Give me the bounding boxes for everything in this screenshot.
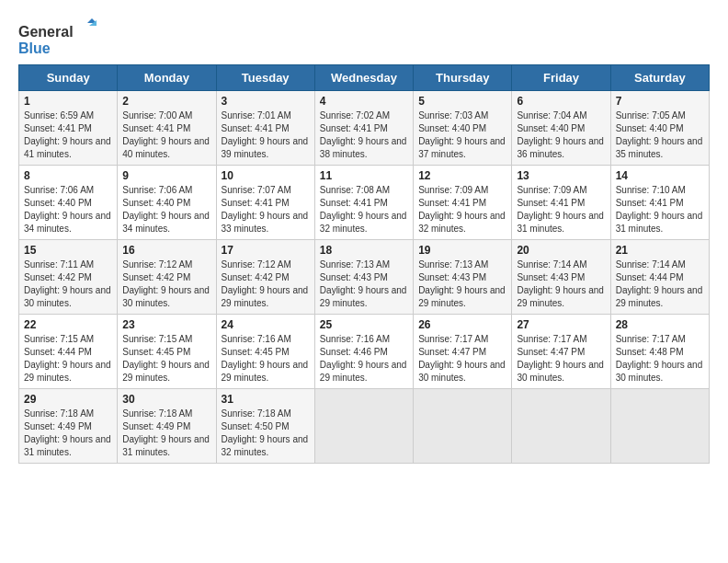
day-info: Sunrise: 7:00 AMSunset: 4:41 PMDaylight:…: [122, 109, 210, 161]
calendar-cell: 2Sunrise: 7:00 AMSunset: 4:41 PMDaylight…: [118, 91, 216, 166]
day-number: 10: [222, 169, 310, 182]
header-thursday: Thursday: [414, 65, 512, 91]
day-number: 22: [24, 318, 112, 331]
logo: General Blue: [18, 18, 101, 59]
day-number: 16: [122, 244, 210, 257]
calendar-cell: 9Sunrise: 7:06 AMSunset: 4:40 PMDaylight…: [118, 166, 216, 240]
calendar-cell: 7Sunrise: 7:05 AMSunset: 4:40 PMDaylight…: [610, 91, 709, 166]
calendar-cell: 21Sunrise: 7:14 AMSunset: 4:44 PMDayligh…: [610, 240, 709, 315]
svg-text:Blue: Blue: [18, 40, 51, 56]
calendar-cell: 5Sunrise: 7:03 AMSunset: 4:40 PMDaylight…: [414, 91, 512, 166]
day-info: Sunrise: 7:05 AMSunset: 4:40 PMDaylight:…: [616, 109, 704, 161]
day-info: Sunrise: 6:59 AMSunset: 4:41 PMDaylight:…: [24, 109, 112, 161]
day-info: Sunrise: 7:16 AMSunset: 4:46 PMDaylight:…: [320, 333, 408, 385]
day-info: Sunrise: 7:11 AMSunset: 4:42 PMDaylight:…: [24, 259, 112, 310]
day-number: 27: [517, 318, 605, 331]
day-info: Sunrise: 7:06 AMSunset: 4:40 PMDaylight:…: [24, 184, 112, 236]
day-info: Sunrise: 7:14 AMSunset: 4:44 PMDaylight:…: [616, 259, 704, 310]
day-number: 23: [122, 318, 210, 331]
day-number: 15: [24, 244, 112, 257]
calendar-cell: 22Sunrise: 7:15 AMSunset: 4:44 PMDayligh…: [19, 315, 118, 389]
calendar-cell: 17Sunrise: 7:12 AMSunset: 4:42 PMDayligh…: [216, 240, 314, 315]
calendar-cell: 24Sunrise: 7:16 AMSunset: 4:45 PMDayligh…: [216, 315, 314, 389]
calendar-header-row: SundayMondayTuesdayWednesdayThursdayFrid…: [19, 65, 710, 91]
calendar-week-row: 22Sunrise: 7:15 AMSunset: 4:44 PMDayligh…: [19, 315, 710, 389]
day-number: 8: [24, 169, 112, 182]
day-info: Sunrise: 7:15 AMSunset: 4:45 PMDaylight:…: [122, 333, 210, 385]
calendar-cell: 8Sunrise: 7:06 AMSunset: 4:40 PMDaylight…: [19, 166, 118, 240]
day-number: 19: [418, 244, 506, 257]
day-number: 2: [122, 95, 210, 108]
calendar-week-row: 8Sunrise: 7:06 AMSunset: 4:40 PMDaylight…: [19, 166, 710, 240]
header-friday: Friday: [512, 65, 610, 91]
calendar-week-row: 29Sunrise: 7:18 AMSunset: 4:49 PMDayligh…: [19, 389, 710, 464]
day-number: 18: [320, 244, 408, 257]
day-info: Sunrise: 7:03 AMSunset: 4:40 PMDaylight:…: [418, 109, 506, 161]
calendar-week-row: 1Sunrise: 6:59 AMSunset: 4:41 PMDaylight…: [19, 91, 710, 166]
day-info: Sunrise: 7:17 AMSunset: 4:47 PMDaylight:…: [418, 333, 506, 385]
calendar-cell: 28Sunrise: 7:17 AMSunset: 4:48 PMDayligh…: [610, 315, 709, 389]
day-info: Sunrise: 7:18 AMSunset: 4:50 PMDaylight:…: [222, 408, 310, 459]
day-number: 5: [418, 95, 506, 108]
day-info: Sunrise: 7:12 AMSunset: 4:42 PMDaylight:…: [122, 259, 210, 310]
day-number: 26: [418, 318, 506, 331]
day-info: Sunrise: 7:09 AMSunset: 4:41 PMDaylight:…: [517, 184, 605, 236]
calendar-week-row: 15Sunrise: 7:11 AMSunset: 4:42 PMDayligh…: [19, 240, 710, 315]
day-info: Sunrise: 7:18 AMSunset: 4:49 PMDaylight:…: [122, 408, 210, 459]
day-number: 20: [517, 244, 605, 257]
calendar-cell: 29Sunrise: 7:18 AMSunset: 4:49 PMDayligh…: [19, 389, 118, 464]
logo-svg: General Blue: [18, 18, 101, 59]
calendar-cell: 23Sunrise: 7:15 AMSunset: 4:45 PMDayligh…: [118, 315, 216, 389]
day-number: 4: [320, 95, 408, 108]
day-number: 6: [517, 95, 605, 108]
day-number: 24: [222, 318, 310, 331]
day-info: Sunrise: 7:07 AMSunset: 4:41 PMDaylight:…: [222, 184, 310, 236]
day-number: 13: [517, 169, 605, 182]
calendar-cell: 26Sunrise: 7:17 AMSunset: 4:47 PMDayligh…: [414, 315, 512, 389]
day-number: 12: [418, 169, 506, 182]
calendar-cell: 13Sunrise: 7:09 AMSunset: 4:41 PMDayligh…: [512, 166, 610, 240]
day-info: Sunrise: 7:15 AMSunset: 4:44 PMDaylight:…: [24, 333, 112, 385]
day-number: 17: [222, 244, 310, 257]
day-info: Sunrise: 7:12 AMSunset: 4:42 PMDaylight:…: [222, 259, 310, 310]
day-info: Sunrise: 7:13 AMSunset: 4:43 PMDaylight:…: [418, 259, 506, 310]
day-number: 7: [616, 95, 704, 108]
calendar-cell: 19Sunrise: 7:13 AMSunset: 4:43 PMDayligh…: [414, 240, 512, 315]
calendar-cell: 27Sunrise: 7:17 AMSunset: 4:47 PMDayligh…: [512, 315, 610, 389]
day-number: 28: [616, 318, 704, 331]
calendar-cell: 6Sunrise: 7:04 AMSunset: 4:40 PMDaylight…: [512, 91, 610, 166]
header-saturday: Saturday: [610, 65, 709, 91]
calendar-cell: [414, 389, 512, 464]
calendar-cell: 12Sunrise: 7:09 AMSunset: 4:41 PMDayligh…: [414, 166, 512, 240]
calendar-cell: 18Sunrise: 7:13 AMSunset: 4:43 PMDayligh…: [314, 240, 413, 315]
calendar-cell: 25Sunrise: 7:16 AMSunset: 4:46 PMDayligh…: [314, 315, 413, 389]
calendar-cell: 10Sunrise: 7:07 AMSunset: 4:41 PMDayligh…: [216, 166, 314, 240]
calendar-cell: [314, 389, 413, 464]
calendar-table: SundayMondayTuesdayWednesdayThursdayFrid…: [18, 64, 710, 464]
calendar-cell: [512, 389, 610, 464]
day-info: Sunrise: 7:09 AMSunset: 4:41 PMDaylight:…: [418, 184, 506, 236]
header-monday: Monday: [118, 65, 216, 91]
day-number: 1: [24, 95, 112, 108]
page-header: General Blue: [18, 18, 710, 59]
day-number: 25: [320, 318, 408, 331]
day-info: Sunrise: 7:17 AMSunset: 4:48 PMDaylight:…: [616, 333, 704, 385]
day-number: 29: [24, 393, 112, 406]
header-sunday: Sunday: [19, 65, 118, 91]
day-number: 3: [222, 95, 310, 108]
svg-text:General: General: [18, 24, 74, 40]
day-number: 9: [122, 169, 210, 182]
calendar-cell: 3Sunrise: 7:01 AMSunset: 4:41 PMDaylight…: [216, 91, 314, 166]
calendar-cell: 20Sunrise: 7:14 AMSunset: 4:43 PMDayligh…: [512, 240, 610, 315]
calendar-cell: 31Sunrise: 7:18 AMSunset: 4:50 PMDayligh…: [216, 389, 314, 464]
day-number: 14: [616, 169, 704, 182]
day-info: Sunrise: 7:18 AMSunset: 4:49 PMDaylight:…: [24, 408, 112, 459]
day-info: Sunrise: 7:01 AMSunset: 4:41 PMDaylight:…: [222, 109, 310, 161]
calendar-cell: 16Sunrise: 7:12 AMSunset: 4:42 PMDayligh…: [118, 240, 216, 315]
day-info: Sunrise: 7:10 AMSunset: 4:41 PMDaylight:…: [616, 184, 704, 236]
calendar-cell: 30Sunrise: 7:18 AMSunset: 4:49 PMDayligh…: [118, 389, 216, 464]
day-info: Sunrise: 7:14 AMSunset: 4:43 PMDaylight:…: [517, 259, 605, 310]
calendar-cell: [610, 389, 709, 464]
calendar-cell: 11Sunrise: 7:08 AMSunset: 4:41 PMDayligh…: [314, 166, 413, 240]
day-info: Sunrise: 7:17 AMSunset: 4:47 PMDaylight:…: [517, 333, 605, 385]
